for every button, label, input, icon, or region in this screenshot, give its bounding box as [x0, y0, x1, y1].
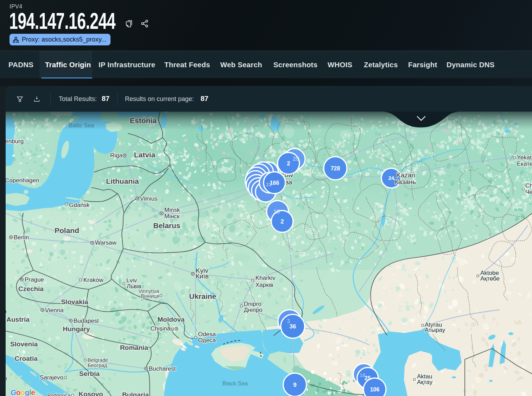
svg-text:Kraków: Kraków — [83, 277, 103, 283]
svg-text:Chișinău: Chișinău — [151, 325, 174, 332]
svg-text:Београд: Београд — [88, 363, 107, 368]
svg-text:Slovenia: Slovenia — [10, 340, 38, 348]
svg-text:Black Sea: Black Sea — [222, 381, 248, 386]
svg-text:Austria: Austria — [6, 316, 30, 323]
svg-text:9: 9 — [293, 382, 296, 388]
svg-text:24: 24 — [388, 175, 394, 181]
svg-text:Vilnius: Vilnius — [140, 195, 158, 202]
svg-text:Ақтөбе: Ақтөбе — [480, 275, 500, 282]
svg-text:Berlin: Berlin — [14, 234, 29, 241]
svg-text:Slovakia: Slovakia — [61, 298, 88, 306]
svg-text:Romania: Romania — [120, 344, 148, 351]
svg-text:Czechia: Czechia — [18, 285, 44, 293]
svg-text:Prague: Prague — [25, 276, 44, 283]
svg-text:Мінск: Мінск — [164, 213, 180, 220]
svg-text:20: 20 — [293, 156, 299, 162]
svg-text:36: 36 — [290, 323, 296, 330]
svg-text:Podgorica: Podgorica — [48, 392, 71, 396]
svg-text:Ukraine: Ukraine — [189, 292, 216, 300]
svg-text:thenburg: thenburg — [6, 138, 24, 145]
svg-text:Riga: Riga — [110, 152, 123, 159]
svg-text:Lithuania: Lithuania — [106, 177, 139, 185]
svg-text:Warsaw: Warsaw — [95, 239, 116, 246]
svg-text:Харків: Харків — [255, 282, 273, 288]
svg-text:106: 106 — [370, 386, 380, 392]
svg-text:Kosovo: Kosovo — [78, 390, 103, 396]
svg-text:Belgrade: Belgrade — [88, 357, 108, 363]
svg-text:Вінниця: Вінниця — [141, 293, 159, 299]
svg-text:166: 166 — [270, 180, 279, 186]
svg-text:18: 18 — [273, 209, 280, 215]
svg-text:2: 2 — [280, 218, 284, 225]
svg-text:Казань: Казань — [394, 178, 416, 186]
svg-text:Cheboksary: Cheboksary — [525, 182, 532, 189]
svg-text:Bucharest: Bucharest — [149, 365, 176, 372]
svg-text:Vienna: Vienna — [45, 307, 64, 314]
svg-text:Дніпро: Дніпро — [244, 307, 262, 313]
svg-text:Croatia: Croatia — [14, 355, 38, 362]
svg-text:Kharkiv: Kharkiv — [255, 275, 276, 281]
svg-text:Copenhagen: Copenhagen — [6, 177, 39, 184]
svg-text:25: 25 — [365, 375, 371, 381]
svg-text:Gdańsk: Gdańsk — [69, 202, 90, 208]
svg-text:Sarajevo: Sarajevo — [40, 374, 63, 381]
svg-text:Poland: Poland — [55, 226, 79, 234]
svg-text:Київ: Київ — [196, 272, 209, 280]
svg-text:728: 728 — [331, 165, 340, 171]
svg-text:nce: nce — [6, 375, 7, 382]
svg-text:Latvia: Latvia — [134, 151, 156, 159]
svg-text:2: 2 — [287, 160, 290, 167]
svg-text:Екатеринбург: Екатеринбург — [517, 161, 532, 167]
svg-text:Budapest: Budapest — [74, 318, 99, 324]
svg-text:Hungary: Hungary — [63, 325, 90, 333]
svg-text:ich: ich — [6, 308, 7, 315]
svg-text:Одеса: Одеса — [198, 337, 216, 344]
svg-text:Belarus: Belarus — [153, 221, 180, 230]
svg-text:Moldova: Moldova — [157, 316, 184, 323]
svg-text:Yekaterinburg: Yekaterinburg — [517, 154, 532, 161]
svg-text:Чебоксары: Чебоксары — [525, 189, 532, 195]
svg-text:Kazan: Kazan — [396, 171, 415, 179]
svg-text:Атырау: Атырау — [425, 327, 445, 333]
svg-text:Serbia: Serbia — [79, 370, 100, 377]
svg-text:Minsk: Minsk — [164, 207, 180, 213]
svg-text:Bulgaria: Bulgaria — [122, 391, 149, 396]
svg-text:Ақтау: Ақтау — [417, 379, 433, 385]
